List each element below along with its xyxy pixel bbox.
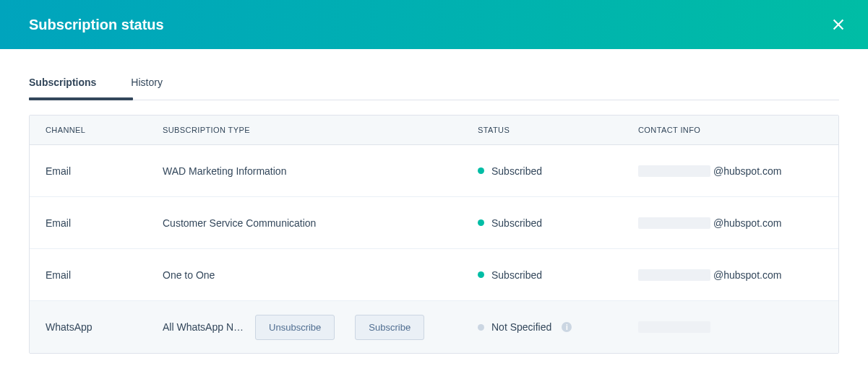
cell-status: Subscribed bbox=[478, 165, 638, 177]
subscription-type-label: One to One bbox=[163, 269, 215, 281]
cell-channel: Email bbox=[46, 217, 163, 229]
cell-contact: @hubspot.com bbox=[638, 269, 822, 281]
contact-suffix: @hubspot.com bbox=[713, 165, 781, 177]
subscription-type-label: All WhatsApp N… bbox=[163, 321, 244, 333]
tab-bar: Subscriptions History bbox=[29, 77, 839, 100]
cell-type: All WhatsApp N… Unsubscribe Subscribe bbox=[163, 315, 478, 340]
cell-contact: @hubspot.com bbox=[638, 217, 822, 229]
table-row: WhatsApp All WhatsApp N… Unsubscribe Sub… bbox=[30, 301, 838, 353]
cell-channel: Email bbox=[46, 165, 163, 177]
subscriptions-table: Channel Subscription Type Status Contact… bbox=[29, 115, 839, 354]
redacted-contact bbox=[638, 217, 710, 229]
cell-type: WAD Marketing Information bbox=[163, 165, 478, 177]
cell-type: Customer Service Communication bbox=[163, 217, 478, 229]
info-icon[interactable]: i bbox=[562, 322, 572, 332]
close-button[interactable] bbox=[830, 17, 846, 32]
table-row: Email WAD Marketing Information Subscrib… bbox=[30, 145, 838, 197]
redacted-contact bbox=[638, 165, 710, 177]
cell-status: Not Specified i bbox=[478, 321, 638, 333]
cell-status: Subscribed bbox=[478, 217, 638, 229]
cell-type: One to One bbox=[163, 269, 478, 281]
modal-header: Subscription status bbox=[0, 0, 868, 49]
tab-subscriptions[interactable]: Subscriptions bbox=[29, 77, 96, 100]
cell-status: Subscribed bbox=[478, 269, 638, 281]
column-header-channel: Channel bbox=[46, 126, 163, 134]
subscription-type-label: WAD Marketing Information bbox=[163, 165, 286, 177]
cell-channel: WhatsApp bbox=[46, 321, 163, 333]
cell-channel: Email bbox=[46, 269, 163, 281]
status-dot-icon bbox=[478, 167, 484, 174]
status-label: Subscribed bbox=[491, 165, 542, 177]
modal-title: Subscription status bbox=[29, 17, 164, 33]
modal-body: Subscriptions History Channel Subscripti… bbox=[0, 77, 868, 354]
status-dot-icon bbox=[478, 219, 484, 226]
table-row: Email One to One Subscribed @hubspot.com bbox=[30, 249, 838, 301]
cell-contact: @hubspot.com bbox=[638, 165, 822, 177]
column-header-type: Subscription Type bbox=[163, 126, 478, 134]
column-header-status: Status bbox=[478, 126, 638, 134]
status-label: Subscribed bbox=[491, 217, 542, 229]
table-row: Email Customer Service Communication Sub… bbox=[30, 197, 838, 249]
status-label: Subscribed bbox=[491, 269, 542, 281]
column-header-contact: Contact Info bbox=[638, 126, 822, 134]
unsubscribe-button[interactable]: Unsubscribe bbox=[255, 315, 335, 340]
active-tab-indicator bbox=[29, 97, 133, 100]
contact-suffix: @hubspot.com bbox=[713, 217, 781, 229]
redacted-contact bbox=[638, 321, 710, 333]
cell-contact bbox=[638, 321, 822, 333]
tab-history[interactable]: History bbox=[131, 77, 163, 100]
close-icon bbox=[830, 17, 846, 32]
subscription-status-modal: Subscription status Subscriptions Histor… bbox=[0, 0, 868, 354]
redacted-contact bbox=[638, 269, 710, 281]
table-header: Channel Subscription Type Status Contact… bbox=[30, 116, 838, 145]
subscribe-button[interactable]: Subscribe bbox=[355, 315, 424, 340]
status-dot-icon bbox=[478, 324, 484, 331]
status-label: Not Specified bbox=[491, 321, 551, 333]
contact-suffix: @hubspot.com bbox=[713, 269, 781, 281]
subscription-type-label: Customer Service Communication bbox=[163, 217, 316, 229]
status-dot-icon bbox=[478, 271, 484, 278]
